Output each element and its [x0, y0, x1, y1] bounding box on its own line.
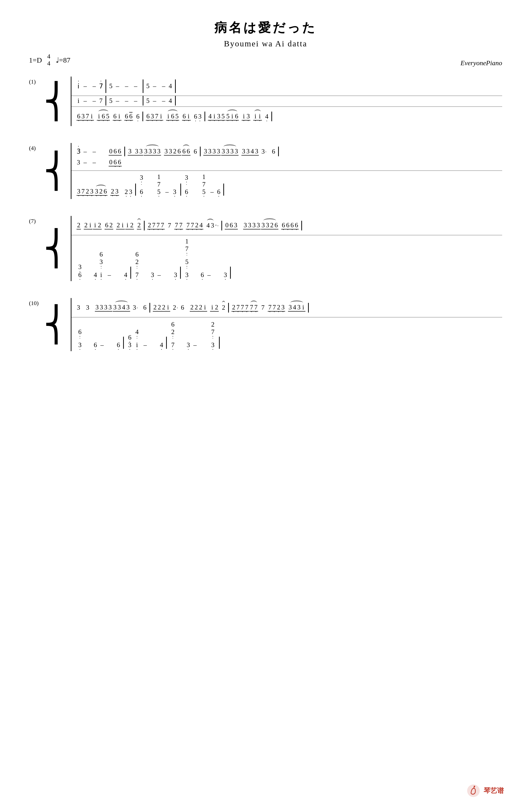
- treble-row-1b: i – – 7 5 – – – 5 – – 4: [72, 96, 502, 107]
- treble-2-lower: 3 – – 0 6 6: [76, 158, 497, 168]
- title-section: 病名は愛だった Byoumei wa Ai datta: [29, 19, 502, 48]
- barline-1t-1: [105, 79, 106, 93]
- meta-row: 1=D44 ♩=87 EveryonePiano: [29, 53, 502, 67]
- bass-row-1: 6 3 7 i i 6 5: [72, 107, 502, 126]
- system-4: (10) ⎨ 3 3 3 3 3 3: [29, 298, 502, 351]
- system-2: (4) ⎨ 3̇ – – 0 6 6: [29, 143, 502, 199]
- bass-row-2: 3 7 2 3 3 2 6: [72, 171, 502, 199]
- system-bracket-2: 3̇ – – 0 6 6 3: [71, 143, 502, 199]
- chord-4-4: 6 2 · 7: [171, 321, 175, 349]
- system-label-3: (7): [29, 218, 36, 224]
- page: 病名は愛だった Byoumei wa Ai datta 1=D44 ♩=87 E…: [0, 0, 528, 812]
- treble-row-2a: 3̇ – – 0 6 6 3: [72, 143, 502, 171]
- bass-row-4: 6 · 3 6 – 6 6: [72, 317, 502, 351]
- svg-point-1: [474, 786, 475, 787]
- system-label-4: (10): [29, 300, 39, 306]
- chord-4-1: 6 · 3: [78, 328, 82, 349]
- chord-3-2: 6 2 · 7: [135, 251, 139, 279]
- title-japanese: 病名は愛だった: [29, 19, 502, 36]
- tempo-label: ♩=87: [56, 56, 71, 64]
- system-bracket-1: i̇ – – 7̇ 5 – – – 5 – –: [71, 76, 502, 126]
- system-bracket-3: 2 2 i i 2 6: [71, 216, 502, 281]
- note-1t-3: 5: [109, 82, 113, 90]
- barline-1t-2: [143, 79, 143, 93]
- source-label: EveryonePiano: [460, 59, 502, 67]
- system-3: (7) ⎨ 2 2 i: [29, 216, 502, 281]
- chord-4-3: 4 · i: [135, 328, 139, 349]
- treble-row-4: 3 3 3 3 3 3 3 3: [72, 298, 502, 317]
- system-label-2: (4): [29, 145, 36, 151]
- brace-3: ⎨: [43, 216, 69, 281]
- logo-text: 琴艺谱: [484, 786, 504, 795]
- chord-4-2: 6 3: [128, 334, 132, 349]
- chord-stack-2: 1 7 5: [202, 173, 206, 195]
- system-1: (1) ⎨ i̇ – – 7̇ 5 – –: [29, 76, 502, 126]
- treble-row-3: 2 2 i i 2 6: [72, 216, 502, 235]
- bass-3-content: 6 3 4 6 3 · i –: [76, 238, 497, 279]
- barline-1t-3: [175, 79, 176, 93]
- chord-3-3: 1 7 · 5 · 3: [185, 238, 189, 279]
- key-label: 1=D: [29, 56, 42, 64]
- treble-2-upper: 3̇ – – 0 6 6 3: [76, 145, 497, 158]
- chord-4-5: 2 7 · 3: [211, 321, 215, 349]
- chord-3-1: 6 3 · i: [99, 251, 103, 279]
- title-romaji: Byoumei wa Ai datta: [29, 39, 502, 48]
- dash-1t-1: –: [84, 82, 87, 90]
- bass-row-3: 6 3 4 6 3 · i –: [72, 235, 502, 281]
- bass-2-chords: 3 7 2 3 3 2 6: [76, 173, 497, 197]
- dash-1t-2: –: [93, 82, 96, 90]
- bass-4-content: 6 · 3 6 – 6 6: [76, 320, 497, 349]
- system-bracket-4: 3 3 3 3 3 3 3 3: [71, 298, 502, 351]
- system-label-1: (1): [29, 78, 36, 85]
- note-1t-1: i̇: [76, 82, 80, 90]
- logo-icon: [467, 784, 480, 798]
- brace-1: ⎨: [43, 76, 69, 126]
- note-1t-2: 7̇: [99, 82, 103, 90]
- chord-stack-1: 1 7 5: [157, 173, 161, 195]
- brace-4: ⎨: [43, 298, 69, 351]
- brace-2: ⎨: [43, 143, 69, 199]
- tempo-info: 1=D44 ♩=87: [29, 53, 71, 67]
- svg-point-0: [467, 784, 480, 797]
- treble-row-1: i̇ – – 7̇ 5 – – – 5 – –: [72, 76, 502, 96]
- time-sig: 44: [47, 53, 50, 67]
- logo-area: 琴艺谱: [467, 784, 504, 798]
